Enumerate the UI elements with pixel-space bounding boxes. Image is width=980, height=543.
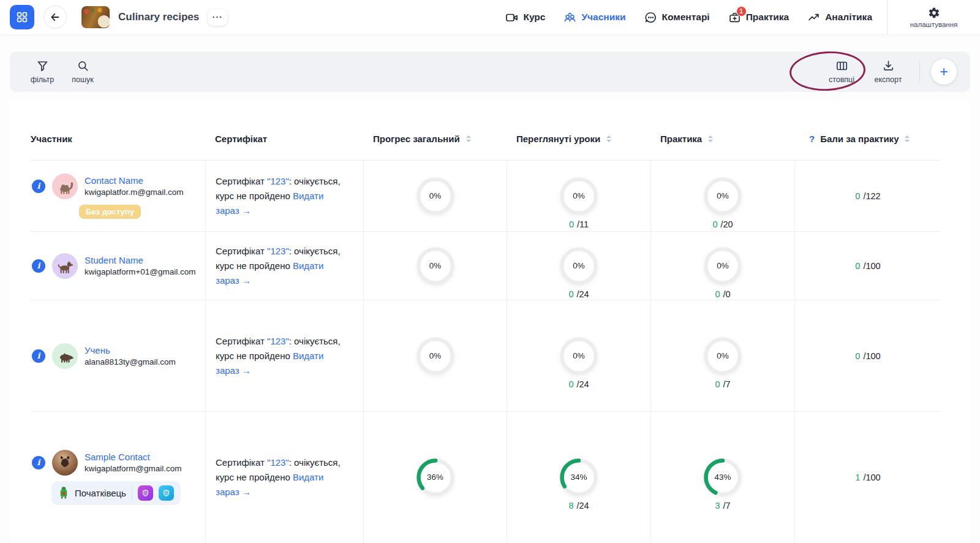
search-button[interactable]: пошук (62, 59, 103, 84)
export-download-icon (882, 59, 895, 72)
lessons-cell: 0% 0/24 (507, 300, 650, 411)
analytics-icon (807, 11, 820, 24)
lessons-cell: 34% 8/24 (507, 412, 650, 542)
lessons-fraction: 0/11 (507, 219, 650, 229)
comment-icon (644, 11, 657, 24)
nav-item-participants[interactable]: Учасники (564, 11, 625, 24)
export-button[interactable]: експорт (868, 59, 908, 84)
certificate-code-link[interactable]: "123" (267, 176, 289, 186)
table-row: i Учень alana8813ty@gmail.com (31, 300, 941, 412)
sort-icon[interactable] (905, 135, 910, 142)
info-icon[interactable]: i (32, 349, 45, 363)
column-header-participant: Участник (31, 134, 205, 160)
boar-icon (55, 346, 75, 366)
progress-ring: 0% (704, 247, 742, 285)
filter-label: фільтр (31, 75, 55, 84)
column-header-practice[interactable]: Практика (650, 134, 794, 160)
video-icon (505, 11, 518, 24)
lessons-cell: 0% 0/11 (507, 161, 650, 231)
progress-ring: 0% (560, 337, 598, 375)
progress-ring: 0% (560, 247, 598, 285)
certificate-cell: Сертифікат "123": очікується, курс не пр… (205, 300, 363, 411)
progress-percent: 34% (560, 458, 598, 496)
table-row: i Student Name kwi (31, 232, 941, 300)
progress-ring: 0% (560, 177, 598, 215)
gear-icon (928, 7, 940, 19)
column-header-overall[interactable]: Прогрес загальний (363, 134, 507, 160)
column-header-certificate: Сертифікат (205, 134, 363, 160)
practice-cell: 0% 0/0 (650, 232, 794, 300)
progress-ring: 0% (417, 247, 454, 285)
nav-label: Коментарі (662, 12, 710, 23)
score-cell: 0/100 (794, 300, 941, 411)
settings-button[interactable]: налаштування (887, 0, 980, 34)
help-icon[interactable]: ? (809, 134, 815, 144)
filter-button[interactable]: фільтр (22, 59, 62, 84)
page-title: Culinary recipes (118, 11, 199, 23)
mascot-icon (58, 486, 69, 499)
nav-item-practice[interactable]: 1 Практика (728, 11, 789, 24)
add-participant-button[interactable]: + (931, 59, 957, 85)
score-fraction: 1/100 (855, 473, 880, 482)
progress-ring: 36% (417, 458, 454, 496)
nav-item-analytics[interactable]: Аналітика (807, 11, 872, 24)
sort-icon[interactable] (466, 135, 471, 142)
practice-fraction: 0/0 (651, 289, 794, 299)
progress-percent: 0% (704, 247, 742, 285)
overall-progress-cell: 0% (363, 161, 507, 231)
progress-ring: 0% (704, 337, 742, 375)
sort-icon[interactable] (708, 135, 713, 142)
column-header-lessons[interactable]: Переглянуті уроки (507, 134, 650, 160)
participant-name-link[interactable]: Student Name (85, 255, 195, 265)
progress-ring: 43% (704, 458, 742, 496)
shield-purple-icon[interactable] (138, 485, 153, 501)
sort-icon[interactable] (606, 135, 611, 142)
score-fraction: 0/100 (855, 261, 880, 271)
participant-name-link[interactable]: Sample Contact (85, 452, 182, 462)
progress-percent: 0% (704, 177, 742, 215)
search-icon (77, 59, 89, 72)
course-nav: Курс Учасники Коментарі (505, 11, 887, 24)
practice-count-badge: 1 (736, 6, 747, 17)
badge-divider (132, 486, 132, 499)
avatar (52, 343, 78, 369)
certificate-code-link[interactable]: "123" (267, 457, 289, 468)
participant-cell: i Учень alana8813ty@gmail.com (31, 300, 205, 411)
practice-fraction: 3/7 (651, 501, 794, 511)
info-icon[interactable]: i (32, 259, 45, 273)
columns-button[interactable]: стовпці (821, 59, 862, 84)
nav-item-comments[interactable]: Коментарі (644, 11, 710, 24)
participant-name-link[interactable]: Учень (85, 345, 176, 355)
table-header-row: Участник Сертифікат Прогрес загальний Пе… (31, 102, 941, 161)
shield-blue-icon[interactable] (159, 485, 174, 501)
participant-email: alana8813ty@gmail.com (85, 357, 176, 366)
people-icon (564, 11, 576, 24)
certificate-code-link[interactable]: "123" (267, 246, 289, 256)
info-icon[interactable]: i (32, 180, 45, 193)
more-options-button[interactable]: ··· (208, 9, 227, 26)
score-fraction: 0/100 (855, 351, 880, 361)
info-icon[interactable]: i (32, 456, 45, 469)
column-header-score[interactable]: ?Бали за практику (794, 134, 941, 160)
apps-grid-button[interactable] (10, 5, 34, 29)
progress-ring: 0% (704, 177, 742, 215)
back-arrow-icon (49, 11, 61, 23)
practice-fraction: 0/20 (651, 219, 794, 229)
avatar (52, 253, 78, 279)
nav-label: Аналітика (825, 12, 872, 23)
certificate-code-link[interactable]: "123" (267, 336, 289, 346)
table-row: i Contact Name kwigaplatfor.m@gmail (31, 161, 941, 232)
back-button[interactable] (43, 6, 67, 29)
level-badge: Початківець (51, 481, 181, 505)
search-label: пошук (72, 75, 93, 84)
progress-ring: 0% (417, 337, 454, 375)
toolbar-divider (919, 61, 920, 82)
certificate-cell: Сертифікат "123": очікується, курс не пр… (205, 161, 363, 231)
filter-icon (36, 59, 49, 72)
level-label: Початківець (75, 488, 126, 498)
dog-icon (55, 256, 75, 276)
participant-name-link[interactable]: Contact Name (85, 175, 184, 186)
score-cell: 0/100 (794, 232, 941, 300)
nav-label: Практика (746, 12, 789, 23)
nav-item-course[interactable]: Курс (505, 11, 545, 24)
